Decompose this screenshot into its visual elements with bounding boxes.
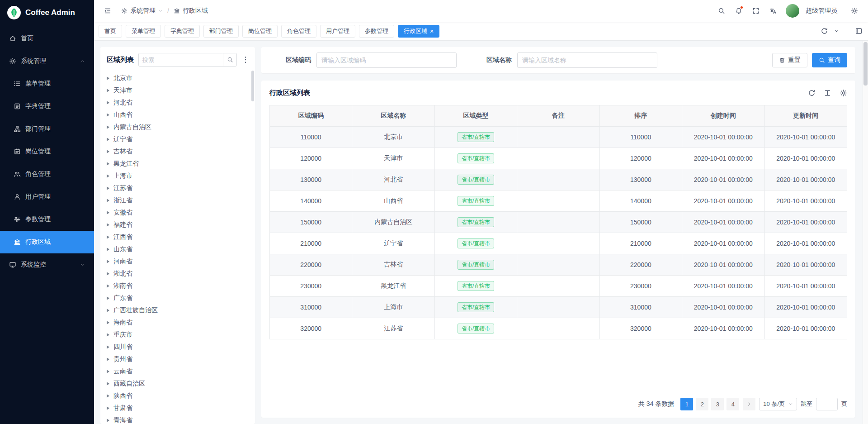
sidebar-subitem[interactable]: 角色管理	[0, 163, 94, 186]
vertical-scrollbar[interactable]	[863, 41, 868, 424]
global-search-button[interactable]	[714, 4, 729, 18]
tabs-menu-chevron-down-icon[interactable]	[834, 28, 840, 34]
tree-node[interactable]: 河南省	[100, 255, 255, 267]
sidebar-subitem[interactable]: 部门管理	[0, 118, 94, 140]
tree-node[interactable]: 重庆市	[100, 329, 255, 341]
page-tab[interactable]: 岗位管理 ×	[242, 25, 278, 38]
caret-right-icon[interactable]	[107, 223, 109, 227]
caret-right-icon[interactable]	[107, 125, 109, 129]
sidebar-item-system-monitor[interactable]: 系统监控	[0, 253, 94, 276]
page-number-button[interactable]: 1	[680, 398, 693, 410]
caret-right-icon[interactable]	[107, 357, 109, 361]
tree-node[interactable]: 浙江省	[100, 194, 255, 206]
page-number-button[interactable]: 4	[726, 398, 739, 410]
page-tab[interactable]: 首页 ×	[99, 25, 122, 38]
tree-node[interactable]: 江西省	[100, 231, 255, 243]
caret-right-icon[interactable]	[107, 345, 109, 349]
sidebar-subitem[interactable]: 菜单管理	[0, 72, 94, 95]
caret-right-icon[interactable]	[107, 382, 109, 386]
caret-right-icon[interactable]	[107, 101, 109, 105]
tree-node[interactable]: 天津市	[100, 84, 255, 96]
caret-right-icon[interactable]	[107, 174, 109, 178]
tree-search-input[interactable]	[139, 53, 223, 66]
caret-right-icon[interactable]	[107, 321, 109, 324]
caret-right-icon[interactable]	[107, 89, 109, 92]
sidebar-subitem[interactable]: 行政区域	[0, 231, 94, 253]
sidebar-subitem[interactable]: 用户管理	[0, 186, 94, 208]
caret-right-icon[interactable]	[107, 284, 109, 288]
caret-right-icon[interactable]	[107, 150, 109, 153]
caret-right-icon[interactable]	[107, 419, 109, 422]
tree-node[interactable]: 贵州省	[100, 353, 255, 365]
page-tab[interactable]: 部门管理 ×	[203, 25, 239, 38]
page-number-button[interactable]: 2	[696, 398, 708, 410]
tree-node[interactable]: 青海省	[100, 414, 255, 424]
caret-right-icon[interactable]	[107, 406, 109, 410]
app-logo[interactable]: Coffee Admin	[0, 0, 94, 25]
caret-right-icon[interactable]	[107, 235, 109, 239]
next-page-button[interactable]	[743, 398, 755, 410]
caret-right-icon[interactable]	[107, 296, 109, 300]
theme-settings-button[interactable]	[847, 4, 862, 18]
sidebar-item-system-management[interactable]: 系统管理	[0, 50, 94, 72]
caret-right-icon[interactable]	[107, 211, 109, 214]
user-avatar[interactable]	[786, 4, 799, 18]
row-height-icon[interactable]	[824, 89, 831, 97]
sidebar-subitem[interactable]: 字典管理	[0, 95, 94, 118]
jump-to-page-input[interactable]	[816, 398, 838, 410]
sidebar-subitem[interactable]: 参数管理	[0, 208, 94, 231]
translate-button[interactable]	[766, 4, 780, 18]
tree-node[interactable]: 安徽省	[100, 206, 255, 219]
page-tab[interactable]: 菜单管理 ×	[126, 25, 161, 38]
notifications-button[interactable]	[731, 4, 746, 18]
tree-node[interactable]: 甘肃省	[100, 402, 255, 414]
page-tab[interactable]: 角色管理 ×	[281, 25, 316, 38]
tree-node[interactable]: 湖北省	[100, 267, 255, 280]
caret-right-icon[interactable]	[107, 248, 109, 251]
tree-node[interactable]: 湖南省	[100, 280, 255, 292]
caret-right-icon[interactable]	[107, 309, 109, 312]
page-tab[interactable]: 参数管理 ×	[359, 25, 394, 38]
caret-right-icon[interactable]	[107, 113, 109, 117]
caret-right-icon[interactable]	[107, 138, 109, 141]
tree-node[interactable]: 陕西省	[100, 390, 255, 402]
page-tab[interactable]: 行政区域 ×	[398, 25, 439, 38]
page-tab[interactable]: 用户管理 ×	[320, 25, 355, 38]
caret-right-icon[interactable]	[107, 162, 109, 166]
layout-frame-icon[interactable]	[855, 27, 863, 35]
tab-close-icon[interactable]: ×	[430, 28, 434, 34]
tree-node[interactable]: 福建省	[100, 219, 255, 231]
caret-right-icon[interactable]	[107, 394, 109, 398]
fullscreen-button[interactable]	[749, 4, 763, 18]
tree-node[interactable]: 广东省	[100, 292, 255, 304]
tree-node[interactable]: 四川省	[100, 341, 255, 353]
tree-node[interactable]: 上海市	[100, 170, 255, 182]
tree-node[interactable]: 山东省	[100, 243, 255, 255]
collapse-sidebar-button[interactable]	[100, 4, 115, 18]
region-name-input[interactable]	[517, 52, 657, 68]
scrollbar-thumb[interactable]	[863, 42, 868, 86]
sidebar-item-home[interactable]: 首页	[0, 27, 94, 50]
tree-node[interactable]: 辽宁省	[100, 133, 255, 145]
caret-right-icon[interactable]	[107, 260, 109, 263]
caret-right-icon[interactable]	[107, 370, 109, 373]
tree-node[interactable]: 河北省	[100, 96, 255, 109]
tree-node[interactable]: 江苏省	[100, 182, 255, 194]
breadcrumb-item-region[interactable]: 行政区域	[174, 7, 208, 15]
reset-button[interactable]: 重置	[772, 53, 807, 67]
page-size-select[interactable]: 10 条/页	[759, 398, 797, 410]
tree-node[interactable]: 吉林省	[100, 145, 255, 157]
caret-right-icon[interactable]	[107, 76, 109, 80]
page-number-button[interactable]: 3	[711, 398, 724, 410]
page-tab[interactable]: 字典管理 ×	[165, 25, 200, 38]
query-button[interactable]: 查询	[812, 53, 847, 67]
breadcrumb-item-system[interactable]: 系统管理	[121, 7, 163, 15]
caret-right-icon[interactable]	[107, 272, 109, 276]
caret-right-icon[interactable]	[107, 333, 109, 337]
column-settings-gear-icon[interactable]	[840, 89, 847, 97]
tree-node[interactable]: 云南省	[100, 365, 255, 377]
refresh-icon[interactable]	[808, 89, 816, 97]
tree-node[interactable]: 山西省	[100, 109, 255, 121]
user-name[interactable]: 超级管理员	[806, 7, 837, 15]
tree-node[interactable]: 黑龙江省	[100, 157, 255, 170]
